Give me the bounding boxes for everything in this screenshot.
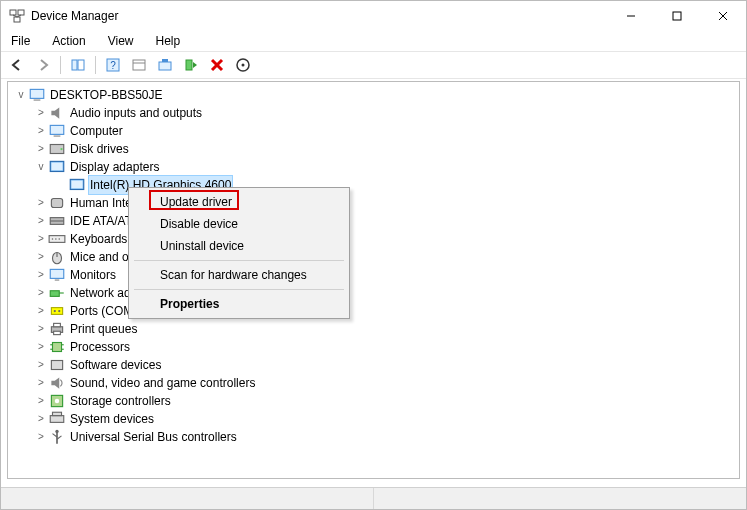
update-driver-button[interactable] — [153, 54, 177, 76]
tree-root[interactable]: v DESKTOP-BBS50JE — [14, 86, 739, 104]
ctx-scan-hardware[interactable]: Scan for hardware changes — [132, 264, 346, 286]
chevron-right-icon[interactable]: > — [34, 122, 48, 140]
svg-rect-24 — [50, 125, 64, 134]
category-label: Universal Serial Bus controllers — [68, 428, 239, 446]
window-title: Device Manager — [31, 9, 118, 23]
computer-icon — [48, 123, 66, 139]
tree-category[interactable]: >Disk drives — [34, 140, 739, 158]
disk-drive-icon — [48, 141, 66, 157]
chevron-right-icon[interactable]: > — [34, 140, 48, 158]
titlebar: Device Manager — [1, 1, 746, 31]
chevron-right-icon[interactable]: > — [34, 248, 48, 266]
chevron-right-icon[interactable]: > — [34, 428, 48, 446]
toolbar: ? — [1, 51, 746, 79]
ctx-properties[interactable]: Properties — [132, 293, 346, 315]
uninstall-button[interactable] — [205, 54, 229, 76]
keyboard-icon — [48, 231, 66, 247]
svg-point-21 — [242, 64, 245, 67]
status-cell-right — [374, 488, 746, 509]
tree-category[interactable]: >Software devices — [34, 356, 739, 374]
tree-category[interactable]: vDisplay adapters — [34, 158, 739, 176]
usb-controller-icon — [48, 429, 66, 445]
tree-category[interactable]: >Print queues — [34, 320, 739, 338]
status-cell-left — [1, 488, 374, 509]
close-button[interactable] — [700, 1, 746, 31]
ctx-update-driver[interactable]: Update driver — [132, 191, 346, 213]
category-label: Disk drives — [68, 140, 131, 158]
svg-rect-35 — [49, 236, 65, 243]
chevron-right-icon[interactable]: > — [34, 320, 48, 338]
ctx-separator — [134, 289, 344, 290]
display-adapter-icon — [68, 177, 86, 193]
tree-category[interactable]: >Computer — [34, 122, 739, 140]
printer-icon — [48, 321, 66, 337]
ctx-separator — [134, 260, 344, 261]
mouse-icon — [48, 249, 66, 265]
svg-point-37 — [55, 238, 57, 240]
category-label: Storage controllers — [68, 392, 173, 410]
scan-hardware-button[interactable] — [231, 54, 255, 76]
tree-category[interactable]: >Sound, video and game controllers — [34, 374, 739, 392]
tree-category[interactable]: >Processors — [34, 338, 739, 356]
back-button[interactable] — [5, 54, 29, 76]
minimize-button[interactable] — [608, 1, 654, 31]
enable-device-button[interactable] — [179, 54, 203, 76]
help-button[interactable]: ? — [101, 54, 125, 76]
chevron-right-icon[interactable]: > — [34, 230, 48, 248]
category-label: Keyboards — [68, 230, 129, 248]
svg-point-58 — [55, 399, 60, 404]
chevron-right-icon[interactable]: > — [34, 104, 48, 122]
svg-rect-10 — [78, 60, 84, 70]
ctx-disable-device[interactable]: Disable device — [132, 213, 346, 235]
tree-category[interactable]: >Universal Serial Bus controllers — [34, 428, 739, 446]
chevron-right-icon[interactable]: > — [34, 338, 48, 356]
svg-rect-60 — [53, 412, 62, 415]
svg-point-47 — [58, 310, 60, 312]
category-label: Computer — [68, 122, 125, 140]
monitor-icon — [48, 267, 66, 283]
hid-icon — [48, 195, 66, 211]
menu-view[interactable]: View — [104, 33, 138, 49]
display-adapter-icon — [48, 159, 66, 175]
category-label: Software devices — [68, 356, 163, 374]
properties-button[interactable] — [127, 54, 151, 76]
ctx-uninstall-device[interactable]: Uninstall device — [132, 235, 346, 257]
device-manager-icon — [9, 8, 25, 24]
root-label: DESKTOP-BBS50JE — [48, 86, 165, 104]
chevron-right-icon[interactable]: > — [34, 284, 48, 302]
tree-category[interactable]: >System devices — [34, 410, 739, 428]
menu-file[interactable]: File — [7, 33, 34, 49]
storage-controller-icon — [48, 393, 66, 409]
svg-rect-32 — [51, 199, 62, 208]
chevron-right-icon[interactable]: > — [34, 194, 48, 212]
svg-rect-50 — [54, 331, 61, 334]
chevron-down-icon[interactable]: v — [34, 158, 48, 176]
svg-point-46 — [54, 310, 56, 312]
show-hide-tree-button[interactable] — [66, 54, 90, 76]
chevron-right-icon[interactable]: > — [34, 374, 48, 392]
menu-action[interactable]: Action — [48, 33, 89, 49]
svg-rect-2 — [14, 17, 20, 22]
chevron-down-icon[interactable]: v — [14, 86, 28, 104]
device-tree-panel: v DESKTOP-BBS50JE >Audio inputs and outp… — [7, 81, 740, 479]
svg-rect-9 — [72, 60, 77, 70]
chevron-right-icon[interactable]: > — [34, 356, 48, 374]
category-label: Audio inputs and outputs — [68, 104, 204, 122]
maximize-button[interactable] — [654, 1, 700, 31]
tree-category[interactable]: >Audio inputs and outputs — [34, 104, 739, 122]
chevron-right-icon[interactable]: > — [34, 212, 48, 230]
chevron-right-icon[interactable]: > — [34, 266, 48, 284]
menu-help[interactable]: Help — [152, 33, 185, 49]
chevron-right-icon[interactable]: > — [34, 302, 48, 320]
svg-rect-31 — [71, 181, 82, 189]
svg-rect-49 — [54, 323, 61, 326]
chevron-right-icon[interactable]: > — [34, 392, 48, 410]
statusbar — [1, 487, 746, 509]
tree-category[interactable]: >Storage controllers — [34, 392, 739, 410]
computer-root-icon — [28, 87, 46, 103]
forward-button[interactable] — [31, 54, 55, 76]
context-menu: Update driver Disable device Uninstall d… — [128, 187, 350, 319]
chevron-right-icon[interactable]: > — [34, 410, 48, 428]
svg-point-62 — [55, 430, 58, 433]
menubar: File Action View Help — [1, 31, 746, 51]
